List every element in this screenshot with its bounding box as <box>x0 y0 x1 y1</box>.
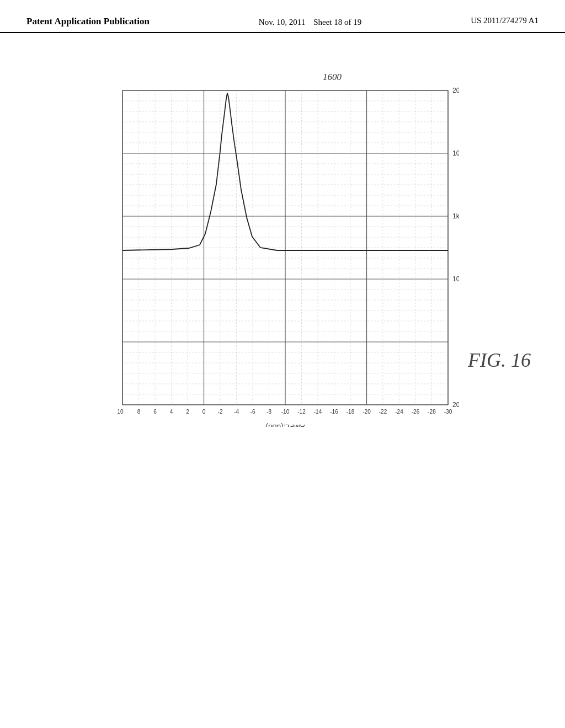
svg-text:20: 20 <box>452 401 459 409</box>
content-area: 1600 <box>0 33 565 427</box>
svg-text:-14: -14 <box>314 409 322 415</box>
svg-text:-24: -24 <box>395 409 403 415</box>
graph-wrapper: 1600 <box>106 72 459 427</box>
publication-title: Patent Application Publication <box>26 15 150 28</box>
svg-text:-20: -20 <box>363 409 371 415</box>
svg-text:-18: -18 <box>347 409 355 415</box>
figure-caption: FIG. 16 <box>468 349 531 372</box>
svg-text:8: 8 <box>137 409 141 415</box>
svg-text:10k: 10k <box>452 149 459 157</box>
figure-number-label: 1600 <box>323 72 342 83</box>
svg-text:0: 0 <box>202 409 206 415</box>
svg-text:4: 4 <box>170 409 173 415</box>
svg-text:-8: -8 <box>266 409 271 415</box>
page-header: Patent Application Publication Nov. 10, … <box>0 0 565 33</box>
chart-svg: 20k 10k 1k 100 20 10 8 6 4 2 0 -2 -4 -6 … <box>106 85 459 427</box>
svg-text:-16: -16 <box>330 409 338 415</box>
svg-text:-6: -6 <box>250 409 255 415</box>
svg-text:6: 6 <box>153 409 157 415</box>
svg-text:-30: -30 <box>444 409 452 415</box>
svg-text:20k: 20k <box>452 87 459 94</box>
header-center: Nov. 10, 2011 Sheet 18 of 19 <box>259 15 361 29</box>
patent-number: US 2011/274279 A1 <box>471 15 539 26</box>
svg-text:-28: -28 <box>428 409 436 415</box>
svg-text:2: 2 <box>186 409 189 415</box>
svg-text:100: 100 <box>452 275 459 283</box>
svg-text:-12: -12 <box>297 409 306 415</box>
svg-text:1k: 1k <box>452 212 459 220</box>
svg-text:-4: -4 <box>234 409 239 415</box>
svg-text:AMPL.(dBu): AMPL.(dBu) <box>266 423 305 427</box>
svg-text:10: 10 <box>117 409 124 415</box>
svg-text:-2: -2 <box>218 409 223 415</box>
figure-container: 1600 <box>106 72 459 427</box>
svg-text:-22: -22 <box>379 409 387 415</box>
svg-text:-10: -10 <box>281 409 290 415</box>
svg-text:-26: -26 <box>412 409 420 415</box>
